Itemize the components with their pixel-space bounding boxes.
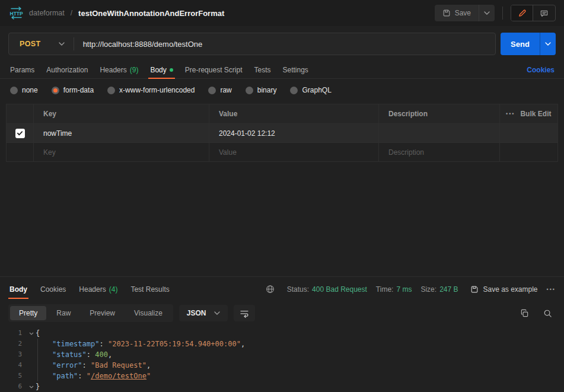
save-as-example-button[interactable]: Save as example — [470, 285, 537, 294]
send-button[interactable]: Send — [501, 33, 540, 55]
tab-label: Test Results — [130, 285, 169, 294]
save-options-button[interactable] — [479, 5, 495, 21]
tab-settings[interactable]: Settings — [277, 61, 314, 78]
breadcrumb-collection[interactable]: dateformat — [29, 9, 65, 17]
more-actions-icon[interactable]: ••• — [506, 111, 515, 117]
response-more-actions-icon[interactable]: ••• — [547, 286, 556, 292]
cell-description-placeholder[interactable]: Description — [379, 143, 500, 161]
status-label: Status: — [287, 285, 309, 294]
method-selector[interactable]: POST — [9, 40, 65, 48]
view-tab-pretty[interactable]: Pretty — [10, 306, 46, 320]
cell-value-placeholder[interactable]: Value — [209, 143, 379, 161]
request-header: HTTP dateformat / testOneWithAnnotationA… — [0, 0, 564, 26]
response-tab-cookies[interactable]: Cookies — [34, 277, 72, 301]
mode-binary[interactable]: binary — [246, 86, 277, 94]
tab-label: Pre-request Script — [185, 66, 243, 74]
request-tabs: Params Authorization Headers (9) Body Pr… — [0, 61, 564, 79]
radio-icon — [290, 87, 298, 94]
headers-count-badge: (4) — [109, 285, 118, 294]
tab-label: Tests — [254, 66, 270, 74]
cell-key[interactable]: nowTime — [34, 124, 209, 142]
tab-pre-request-script[interactable]: Pre-request Script — [179, 61, 248, 78]
code-line: 3 "status": 400, — [0, 349, 564, 360]
table-actions-cell: ••• Bulk Edit — [500, 104, 557, 123]
tab-body[interactable]: Body — [144, 61, 179, 78]
search-response-button[interactable] — [543, 309, 552, 318]
send-options-button[interactable] — [540, 33, 556, 55]
row-actions-cell — [500, 124, 557, 142]
mode-label: GraphQL — [302, 86, 331, 94]
tab-label: Headers — [100, 66, 126, 74]
json-key: "error" — [52, 361, 82, 369]
network-globe-icon[interactable] — [266, 285, 275, 294]
tab-params[interactable]: Params — [4, 61, 40, 78]
fold-toggle-icon[interactable] — [27, 381, 36, 392]
radio-icon — [52, 87, 59, 94]
mode-form-data[interactable]: form-data — [52, 86, 94, 94]
tab-headers[interactable]: Headers (9) — [94, 61, 144, 78]
tab-label: Body — [9, 285, 27, 294]
table-header-row: Key Value Description ••• Bulk Edit — [7, 104, 557, 123]
size-label: Size: — [420, 285, 436, 294]
body-modified-dot — [170, 68, 173, 72]
table-row: nowTime 2024-01-02 12:12 — [7, 123, 557, 142]
response-tab-body[interactable]: Body — [8, 277, 34, 301]
edit-documentation-button[interactable] — [511, 5, 533, 21]
fold-toggle-icon[interactable] — [27, 328, 36, 339]
response-body-viewer[interactable]: 1 { 2 "timestamp": "2023-11-22T05:19:54.… — [0, 326, 564, 392]
cell-key-placeholder[interactable]: Key — [34, 143, 209, 161]
pane-toggle-group — [511, 5, 556, 21]
response-toolbar-right — [520, 309, 556, 318]
mode-none[interactable]: none — [10, 86, 38, 94]
row-checkbox[interactable] — [15, 129, 25, 138]
wrap-lines-button[interactable] — [234, 305, 255, 321]
response-tab-test-results[interactable]: Test Results — [124, 277, 176, 301]
url-input[interactable] — [83, 40, 495, 49]
mode-raw[interactable]: raw — [208, 86, 231, 94]
breadcrumb-separator: / — [71, 9, 72, 17]
header-actions: Save — [435, 5, 556, 21]
wrap-text-icon — [240, 309, 249, 318]
body-mode-selector: none form-data x-www-form-urlencoded raw… — [0, 80, 564, 100]
json-comma: , — [108, 350, 112, 359]
empty-area — [0, 162, 564, 276]
json-separator: : — [87, 350, 95, 359]
copy-response-button[interactable] — [520, 309, 529, 318]
line-number: 2 — [0, 339, 27, 349]
url-bar-divider — [74, 37, 74, 50]
indent-guide — [37, 339, 38, 381]
tab-tests[interactable]: Tests — [248, 61, 276, 78]
fold-gutter-spacer — [27, 339, 36, 349]
cell-value[interactable]: 2024-01-02 12:12 — [209, 124, 379, 142]
request-name[interactable]: testOneWithAnnotationAndErrorFormat — [78, 9, 224, 18]
save-button[interactable]: Save — [435, 5, 479, 21]
response-panel: Body Cookies Headers (4) Test Results St… — [0, 276, 564, 392]
radio-icon — [246, 87, 253, 94]
response-toolbar: Pretty Raw Preview Visualize JSON — [0, 301, 564, 326]
mode-graphql[interactable]: GraphQL — [290, 86, 331, 94]
fold-gutter-spacer — [27, 349, 36, 360]
response-format-selector[interactable]: JSON — [179, 305, 228, 321]
column-header-value: Value — [209, 104, 379, 123]
method-label: POST — [20, 40, 41, 48]
fold-gutter-spacer — [27, 371, 36, 381]
cell-description[interactable] — [379, 124, 500, 142]
view-tab-raw[interactable]: Raw — [47, 306, 79, 320]
view-tab-visualize[interactable]: Visualize — [125, 306, 171, 320]
time-label: Time: — [376, 285, 394, 294]
bulk-edit-button[interactable]: Bulk Edit — [520, 110, 551, 118]
tab-authorization[interactable]: Authorization — [40, 61, 94, 78]
radio-icon — [208, 87, 216, 94]
json-comma: , — [146, 361, 151, 369]
cookies-link[interactable]: Cookies — [527, 66, 560, 74]
save-button-group: Save — [435, 5, 495, 21]
json-key: "status" — [52, 350, 87, 359]
tab-label: Params — [10, 66, 34, 74]
response-tab-headers[interactable]: Headers (4) — [72, 277, 124, 301]
view-tab-preview[interactable]: Preview — [81, 306, 124, 320]
chevron-down-icon — [484, 11, 490, 15]
comments-button[interactable] — [533, 5, 555, 21]
mode-x-www-form-urlencoded[interactable]: x-www-form-urlencoded — [107, 86, 195, 94]
json-path-link[interactable]: /demo/testOne — [91, 372, 146, 380]
json-string-value: "Bad Request" — [91, 361, 146, 369]
